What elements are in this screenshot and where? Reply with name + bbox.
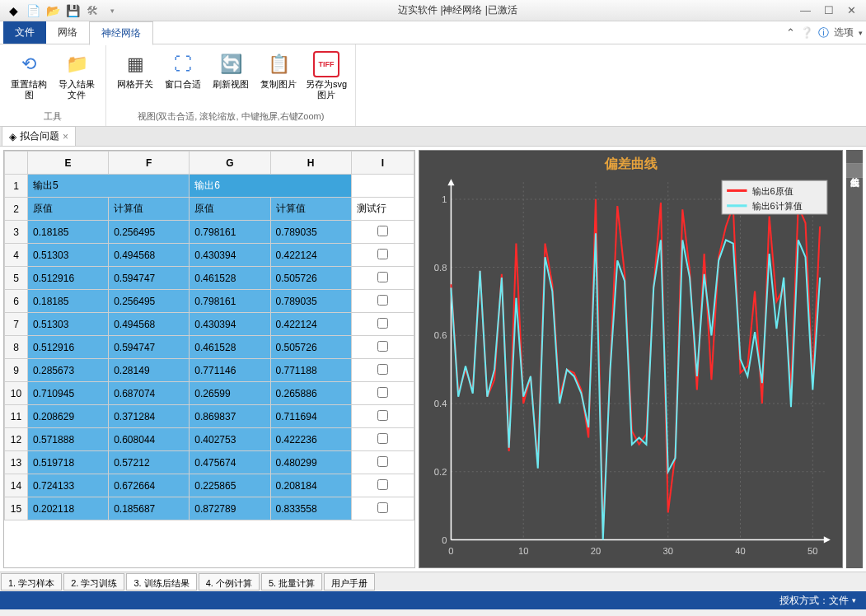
cell-7-g[interactable]: 0.430394 bbox=[190, 313, 270, 336]
cell-3-e[interactable]: 0.18185 bbox=[28, 221, 109, 244]
testrow-check-7[interactable] bbox=[377, 318, 388, 329]
row-7[interactable]: 7 bbox=[5, 313, 28, 336]
h2-f[interactable]: 计算值 bbox=[109, 198, 190, 221]
cell-5-e[interactable]: 0.512916 bbox=[28, 267, 109, 290]
cell-3-h[interactable]: 0.789035 bbox=[270, 221, 351, 244]
bottom-tab-4[interactable]: 5. 批量计算 bbox=[261, 573, 322, 590]
cell-6-h[interactable]: 0.789035 bbox=[270, 290, 351, 313]
cell-4-f[interactable]: 0.494568 bbox=[109, 244, 190, 267]
cell-11-check[interactable] bbox=[351, 405, 414, 428]
bottom-tab-3[interactable]: 4. 个例计算 bbox=[199, 573, 260, 590]
bottom-tab-5[interactable]: 用户手册 bbox=[324, 573, 375, 590]
menu-tab-network[interactable]: 网络 bbox=[46, 21, 89, 44]
ribbon-btn-1-1[interactable]: ⛶窗口合适 bbox=[159, 48, 207, 109]
cell-12-e[interactable]: 0.571888 bbox=[28, 428, 109, 451]
options-dropdown-icon[interactable]: ▾ bbox=[859, 29, 863, 37]
qat-save-icon[interactable]: 💾 bbox=[66, 4, 79, 17]
ribbon-btn-1-3[interactable]: 📋复制图片 bbox=[255, 48, 302, 109]
cell-5-f[interactable]: 0.594747 bbox=[109, 267, 190, 290]
bottom-tab-2[interactable]: 3. 训练后结果 bbox=[126, 573, 196, 590]
cell-3-check[interactable] bbox=[351, 221, 414, 244]
row-6[interactable]: 6 bbox=[5, 290, 28, 313]
bottom-tab-0[interactable]: 1. 学习样本 bbox=[1, 573, 62, 590]
cell-9-h[interactable]: 0.771188 bbox=[270, 359, 351, 382]
qat-open-icon[interactable]: 📂 bbox=[46, 4, 59, 17]
cell-5-g[interactable]: 0.461528 bbox=[190, 267, 270, 290]
doc-tab-close-icon[interactable]: × bbox=[63, 131, 68, 142]
cell-13-g[interactable]: 0.475674 bbox=[190, 451, 270, 474]
cell-11-g[interactable]: 0.869837 bbox=[190, 405, 270, 428]
cell-10-f[interactable]: 0.687074 bbox=[109, 382, 190, 405]
col-E[interactable]: E bbox=[28, 152, 109, 175]
cell-14-f[interactable]: 0.672664 bbox=[109, 474, 190, 497]
ribbon-btn-1-2[interactable]: 🔄刷新视图 bbox=[207, 48, 255, 109]
testrow-check-6[interactable] bbox=[377, 295, 388, 306]
qat-new-icon[interactable]: 📄 bbox=[26, 4, 40, 17]
cell-9-f[interactable]: 0.28149 bbox=[109, 359, 190, 382]
cell-7-h[interactable]: 0.422124 bbox=[270, 313, 351, 336]
testrow-check-11[interactable] bbox=[377, 410, 388, 421]
cell-11-f[interactable]: 0.371284 bbox=[109, 405, 190, 428]
cell-10-h[interactable]: 0.265886 bbox=[270, 382, 351, 405]
testrow-check-8[interactable] bbox=[377, 341, 388, 352]
cell-8-g[interactable]: 0.461528 bbox=[190, 336, 270, 359]
cell-14-h[interactable]: 0.208184 bbox=[270, 474, 351, 497]
cell-8-check[interactable] bbox=[351, 336, 414, 359]
cell-8-e[interactable]: 0.512916 bbox=[28, 336, 109, 359]
row-5[interactable]: 5 bbox=[5, 267, 28, 290]
cell-13-h[interactable]: 0.480299 bbox=[270, 451, 351, 474]
cell-4-e[interactable]: 0.51303 bbox=[28, 244, 109, 267]
close-button[interactable]: ✕ bbox=[847, 4, 856, 16]
cell-13-e[interactable]: 0.519718 bbox=[28, 451, 109, 474]
maximize-button[interactable]: ☐ bbox=[824, 4, 834, 16]
cell-9-e[interactable]: 0.285673 bbox=[28, 359, 109, 382]
testrow-check-13[interactable] bbox=[377, 456, 388, 467]
row-11[interactable]: 11 bbox=[5, 405, 28, 428]
ribbon-btn-1-4[interactable]: TIFF另存为svg图片 bbox=[302, 48, 350, 109]
menu-tab-nn[interactable]: 神经网络 bbox=[89, 21, 153, 45]
cell-9-g[interactable]: 0.771146 bbox=[190, 359, 270, 382]
help-icon[interactable]: ❔ bbox=[800, 26, 813, 39]
cell-8-f[interactable]: 0.594747 bbox=[109, 336, 190, 359]
row-3[interactable]: 3 bbox=[5, 221, 28, 244]
cell-14-g[interactable]: 0.225865 bbox=[190, 474, 270, 497]
cell-3-g[interactable]: 0.798161 bbox=[190, 221, 270, 244]
cell-13-f[interactable]: 0.57212 bbox=[109, 451, 190, 474]
cell-4-check[interactable] bbox=[351, 244, 414, 267]
cell-15-e[interactable]: 0.202118 bbox=[28, 497, 109, 520]
collapse-ribbon-icon[interactable]: ⌃ bbox=[786, 26, 795, 39]
testrow-check-15[interactable] bbox=[377, 502, 388, 513]
h2-h[interactable]: 计算值 bbox=[270, 198, 351, 221]
col-H[interactable]: H bbox=[270, 152, 351, 175]
options-link[interactable]: 选项 bbox=[834, 26, 854, 40]
col-I[interactable]: I bbox=[351, 152, 414, 175]
cell-5-check[interactable] bbox=[351, 267, 414, 290]
cell-14-check[interactable] bbox=[351, 474, 414, 497]
header-out5[interactable]: 输出5 bbox=[28, 175, 190, 198]
side-tab-deviation[interactable]: 偏差曲线 bbox=[846, 164, 863, 178]
cell-12-check[interactable] bbox=[351, 428, 414, 451]
testrow-check-9[interactable] bbox=[377, 364, 388, 375]
cell-6-check[interactable] bbox=[351, 290, 414, 313]
document-tab[interactable]: ◈ 拟合问题 × bbox=[2, 126, 76, 147]
minimize-button[interactable]: — bbox=[800, 4, 811, 16]
testrow-check-14[interactable] bbox=[377, 479, 388, 490]
col-F[interactable]: F bbox=[109, 152, 190, 175]
cell-10-g[interactable]: 0.26599 bbox=[190, 382, 270, 405]
cell-11-h[interactable]: 0.711694 bbox=[270, 405, 351, 428]
testrow-check-10[interactable] bbox=[377, 387, 388, 398]
cell-6-e[interactable]: 0.18185 bbox=[28, 290, 109, 313]
row-15[interactable]: 15 bbox=[5, 497, 28, 520]
cell-15-g[interactable]: 0.872789 bbox=[190, 497, 270, 520]
ribbon-btn-1-0[interactable]: ▦网格开关 bbox=[111, 48, 159, 109]
side-tab-struct[interactable]: 结构信息 bbox=[846, 150, 863, 164]
cell-12-f[interactable]: 0.608044 bbox=[109, 428, 190, 451]
ribbon-btn-0-0[interactable]: ⟲重置结构图 bbox=[5, 48, 53, 109]
menu-file[interactable]: 文件 bbox=[3, 21, 46, 44]
row-14[interactable]: 14 bbox=[5, 474, 28, 497]
ribbon-btn-0-1[interactable]: 📁导入结果文件 bbox=[53, 48, 101, 109]
qat-dropdown-icon[interactable]: ▾ bbox=[105, 4, 119, 17]
cell-9-check[interactable] bbox=[351, 359, 414, 382]
cell-10-check[interactable] bbox=[351, 382, 414, 405]
cell-10-e[interactable]: 0.710945 bbox=[28, 382, 109, 405]
